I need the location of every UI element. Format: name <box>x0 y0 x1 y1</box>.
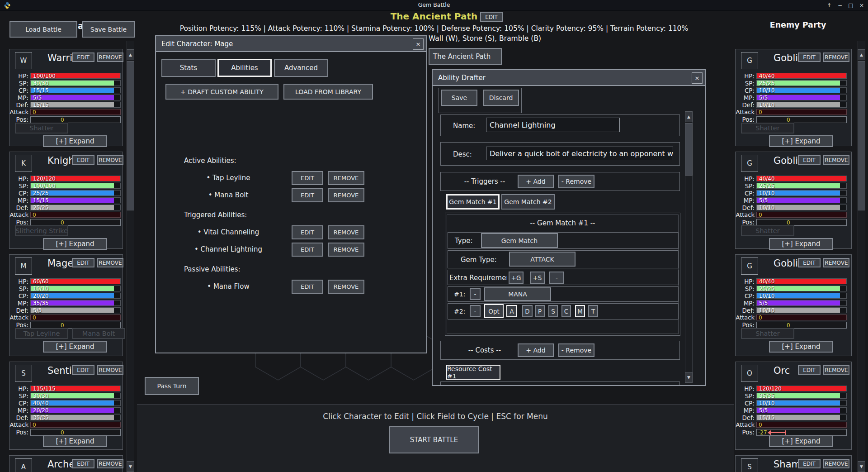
edit-ability-button[interactable]: EDIT <box>292 280 323 294</box>
edit-ability-button[interactable]: EDIT <box>292 243 323 257</box>
requirement-2-remove-button[interactable]: - <box>470 305 481 317</box>
stat-bar-hp[interactable]: 100/100 <box>30 73 121 79</box>
stat-bar-hp[interactable]: 40/40 <box>756 73 847 79</box>
attack-field[interactable]: 0 <box>30 422 121 428</box>
stat-bar-mp[interactable]: 5/5 <box>756 407 847 413</box>
req2-option-a[interactable]: A <box>506 305 517 317</box>
position-field[interactable]: 0 <box>30 219 121 226</box>
attack-field[interactable]: 0 <box>756 315 847 320</box>
edit-character-button[interactable]: EDIT <box>72 365 94 375</box>
trigger-type-button[interactable]: Gem Match <box>481 233 558 248</box>
stat-bar-mp[interactable]: 5/5 <box>756 197 847 203</box>
stat-bar-mp[interactable]: 5/5 <box>756 300 847 306</box>
edit-character-button[interactable]: EDIT <box>72 459 94 468</box>
expand-button[interactable]: [+] Expand <box>43 341 107 353</box>
remove-ability-button[interactable]: REMOVE <box>328 171 364 185</box>
stat-bar-sp[interactable]: 30/30 <box>30 80 121 86</box>
start-battle-button[interactable]: START BATTLE <box>389 426 479 453</box>
stat-bar-def[interactable]: 10/10 <box>756 307 847 313</box>
expand-button[interactable]: [+] Expand <box>769 238 833 250</box>
add-trigger-button[interactable]: + Add <box>518 175 554 188</box>
position-field[interactable]: 0 <box>756 322 847 329</box>
stat-bar-def[interactable]: 10/10 <box>756 205 847 210</box>
battle-title-edit-button[interactable]: EDIT <box>480 12 503 22</box>
stat-bar-cp[interactable]: 15/15 <box>30 87 121 93</box>
extra-requirement-button-2[interactable]: +S <box>530 272 545 284</box>
trigger-tab-2[interactable]: Gem Match #2 <box>501 194 555 210</box>
character-panel-orc[interactable]: OOrcEDITREMOVEHP:120/120SP:35/35CP:10/10… <box>735 362 852 450</box>
remove-character-button[interactable]: REMOVE <box>823 258 849 267</box>
stat-bar-def[interactable]: 15/15 <box>30 102 121 108</box>
position-field[interactable]: -27 <box>756 429 847 436</box>
stat-bar-cp[interactable]: 20/20 <box>30 293 121 299</box>
edit-character-button[interactable]: EDIT <box>798 459 821 468</box>
character-panel-archer[interactable]: AArcherEDITREMOVE <box>9 455 123 472</box>
position-field[interactable]: 0 <box>30 116 121 123</box>
remove-ability-button[interactable]: REMOVE <box>328 243 364 257</box>
scrollbar-thumb[interactable] <box>127 61 134 210</box>
req2-option-t[interactable]: T <box>588 305 598 317</box>
stat-bar-cp[interactable]: 10/10 <box>756 400 847 406</box>
ability-button-shatter[interactable]: Shatter <box>741 123 794 133</box>
scroll-up-icon[interactable]: ▲ <box>858 49 865 60</box>
character-panel-sentinel[interactable]: SSentinelEDITREMOVEHP:115/115SP:30/30CP:… <box>9 362 123 450</box>
remove-character-button[interactable]: REMOVE <box>97 459 123 468</box>
stat-bar-mp[interactable]: 35/35 <box>30 300 121 306</box>
expand-button[interactable]: [+] Expand <box>43 238 107 250</box>
req2-option-opt[interactable]: Opt <box>484 304 504 318</box>
extra-requirement-button-1[interactable]: +G <box>509 272 524 284</box>
remove-character-button[interactable]: REMOVE <box>823 459 849 468</box>
stat-bar-sp[interactable]: 35/35 <box>756 393 847 399</box>
expand-button[interactable]: [+] Expand <box>769 135 833 147</box>
maximize-icon[interactable]: □ <box>846 1 855 10</box>
req2-option-m[interactable]: M <box>575 305 585 317</box>
scroll-up-icon[interactable]: ▲ <box>127 49 134 60</box>
stat-bar-cp[interactable]: 10/10 <box>756 190 847 196</box>
trigger-tab-1[interactable]: Gem Match #1 <box>446 194 500 210</box>
stat-bar-def[interactable]: 5/5 <box>30 307 121 313</box>
edit-character-button[interactable]: EDIT <box>798 258 821 267</box>
stat-bar-hp[interactable]: 40/40 <box>756 278 847 284</box>
position-field[interactable]: 0 <box>30 322 121 329</box>
scrollbar-thumb[interactable] <box>685 123 693 176</box>
expand-button[interactable]: [+] Expand <box>43 135 107 147</box>
stat-bar-sp[interactable]: 10/10 <box>30 286 121 291</box>
left-party-scrollbar[interactable]: ▲ ▼ <box>127 41 134 472</box>
requirement-1-remove-button[interactable]: - <box>470 288 481 300</box>
discard-button[interactable]: Discard <box>483 90 519 106</box>
stat-bar-hp[interactable]: 115/115 <box>30 386 121 391</box>
pin-up-icon[interactable]: ↑ <box>825 1 834 10</box>
edit-dialog-titlebar[interactable]: Edit Character: Mage <box>156 36 426 52</box>
character-panel-goblin[interactable]: GGoblinEDITREMOVEHP:40/40SP:25/25CP:10/1… <box>735 152 852 249</box>
edit-character-button[interactable]: EDIT <box>72 52 94 62</box>
attack-field[interactable]: 0 <box>30 315 121 320</box>
remove-character-button[interactable]: REMOVE <box>823 52 849 62</box>
character-panel-warrior[interactable]: WWarriorEDITREMOVEHP:100/100SP:30/30CP:1… <box>9 49 123 146</box>
attack-field[interactable]: 0 <box>756 422 847 428</box>
position-field[interactable]: 0 <box>30 429 121 436</box>
drafter-scrollbar[interactable]: ▲ ▼ <box>685 111 693 382</box>
draft-custom-ability-button[interactable]: + DRAFT CUSTOM ABILITY <box>165 84 278 100</box>
req2-option-p[interactable]: P <box>535 305 545 317</box>
stat-bar-hp[interactable]: 60/60 <box>30 278 121 284</box>
remove-character-button[interactable]: REMOVE <box>823 365 849 375</box>
character-panel-shaman[interactable]: SShamanEDITREMOVE <box>735 455 852 472</box>
scroll-up-icon[interactable]: ▲ <box>685 111 693 122</box>
attack-field[interactable]: 0 <box>30 212 121 218</box>
req2-option-d[interactable]: D <box>522 305 533 317</box>
remove-character-button[interactable]: REMOVE <box>97 258 123 267</box>
req2-option-c[interactable]: C <box>561 305 571 317</box>
edit-character-button[interactable]: EDIT <box>72 258 94 267</box>
stat-bar-def[interactable]: 15/15 <box>756 415 847 420</box>
requirement-1-value-button[interactable]: MANA <box>484 287 551 301</box>
close-icon[interactable]: × <box>692 72 703 84</box>
save-button[interactable]: Save <box>441 90 477 106</box>
edit-character-button[interactable]: EDIT <box>798 155 821 165</box>
stat-bar-mp[interactable]: 15/15 <box>30 197 121 203</box>
enemy-party-scrollbar[interactable]: ▲ ▼ <box>858 41 865 472</box>
pass-turn-button[interactable]: Pass Turn <box>145 377 199 395</box>
stat-bar-mp[interactable]: 5/5 <box>30 95 121 100</box>
scrollbar-thumb[interactable] <box>858 61 865 210</box>
position-field[interactable]: 0 <box>756 219 847 226</box>
minimize-icon[interactable]: − <box>835 1 844 10</box>
